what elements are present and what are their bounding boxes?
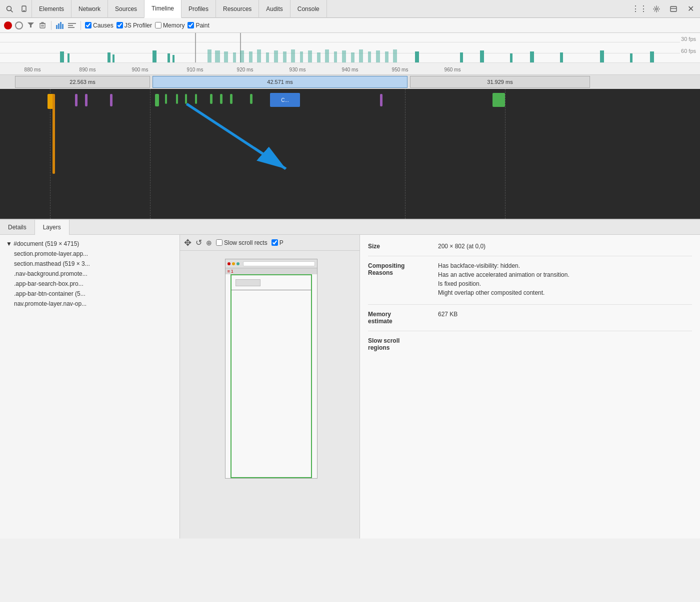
svg-point-4 xyxy=(656,8,658,10)
bottom-panel: Details Layers ▼ #document (519 × 4715) … xyxy=(0,219,700,539)
render-event-1 xyxy=(75,94,78,106)
settings-icon[interactable] xyxy=(649,1,664,16)
paint-event-7 xyxy=(220,94,222,104)
js-profiler-checkbox[interactable]: JS Profiler xyxy=(116,22,152,29)
device-icon[interactable] xyxy=(17,1,32,16)
filter-icon[interactable] xyxy=(26,21,35,30)
tree-item-4[interactable]: .app-bar-btn-container (5... xyxy=(0,289,180,299)
svg-rect-5 xyxy=(670,6,676,11)
v-line-2 xyxy=(150,89,150,219)
js-event-2 xyxy=(52,94,55,174)
timeline-ruler: 880 ms 890 ms 900 ms 910 ms 920 ms 930 m… xyxy=(0,63,700,75)
fps-30-line xyxy=(0,42,680,42)
tab-network[interactable]: Network xyxy=(71,0,108,18)
timeline-main[interactable]: C... xyxy=(0,89,700,219)
tab-resources[interactable]: Resources xyxy=(216,0,259,18)
layer-diagram: ≡ 1 xyxy=(215,259,325,479)
svg-rect-10 xyxy=(42,22,44,23)
composite-event: C... xyxy=(270,93,300,107)
record-button[interactable] xyxy=(4,21,12,29)
pan-icon[interactable]: ✥ xyxy=(184,237,192,248)
causes-checkbox[interactable]: Causes xyxy=(85,22,114,29)
svg-rect-17 xyxy=(62,24,64,29)
svg-rect-16 xyxy=(60,22,62,29)
tree-item-2[interactable]: .nav-background.promote... xyxy=(0,269,180,279)
panel-tabs: Details Layers xyxy=(0,220,700,235)
clear-button[interactable] xyxy=(38,21,47,30)
tab-details[interactable]: Details xyxy=(0,220,35,235)
marker-1 xyxy=(195,33,196,62)
paint-event-8 xyxy=(230,94,232,104)
paint-event-6 xyxy=(210,94,212,104)
paint-event-5 xyxy=(195,94,197,104)
paint-event-far xyxy=(492,93,505,107)
fps-60-line xyxy=(0,53,680,53)
undock-icon[interactable] xyxy=(666,1,681,16)
slow-scroll-row: Slow scrollregions xyxy=(368,337,692,357)
frame-bar-2[interactable]: 42.571 ms xyxy=(152,76,408,88)
search-icon[interactable] xyxy=(2,1,17,16)
selected-layer-rect xyxy=(230,274,312,478)
tree-item-0[interactable]: section.promote-layer.app... xyxy=(0,249,180,259)
frame-bars: 22.563 ms 42.571 ms 31.929 ms xyxy=(0,75,700,89)
frame-bar-3[interactable]: 31.929 ms xyxy=(410,76,590,88)
tab-sources[interactable]: Sources xyxy=(108,0,144,18)
tick-920: 920 ms xyxy=(237,67,254,72)
tab-profiles[interactable]: Profiles xyxy=(181,0,216,18)
flame-icon[interactable] xyxy=(68,21,76,30)
memory-label: Memoryestimate xyxy=(368,311,438,325)
timeline-toolbar: Causes JS Profiler Memory Paint xyxy=(0,18,700,33)
memory-checkbox[interactable]: Memory xyxy=(155,22,184,29)
svg-rect-14 xyxy=(56,25,58,29)
render-event-3 xyxy=(110,94,112,106)
paint-event-2 xyxy=(165,94,167,104)
tick-930: 930 ms xyxy=(290,67,306,72)
tree-item-1[interactable]: section.masthead (519 × 3... xyxy=(0,259,180,269)
tab-timeline[interactable]: Timeline xyxy=(144,0,182,18)
tree-item-5[interactable]: nav.promote-layer.nav-op... xyxy=(0,299,180,309)
browser-frame: ≡ 1 xyxy=(225,259,318,479)
timeline-arrow xyxy=(0,89,700,219)
tick-910: 910 ms xyxy=(187,67,204,72)
tick-880: 880 ms xyxy=(24,67,41,72)
timeline-area: 30 fps 60 fps xyxy=(0,33,700,219)
tab-elements[interactable]: Elements xyxy=(32,0,72,18)
reset-icon[interactable]: ⊕ xyxy=(206,239,212,247)
close-icon[interactable]: ✕ xyxy=(683,1,698,16)
fps-area: 30 fps 60 fps xyxy=(0,33,700,63)
svg-marker-7 xyxy=(28,22,34,27)
tick-950: 950 ms xyxy=(392,67,408,72)
tab-layers[interactable]: Layers xyxy=(35,220,70,235)
panel-content: ▼ #document (519 × 4715) section.promote… xyxy=(0,235,700,539)
paint-checkbox[interactable]: Paint xyxy=(188,22,209,29)
stop-button[interactable] xyxy=(15,21,23,29)
render-event-2 xyxy=(85,94,88,106)
chart-icon[interactable] xyxy=(56,21,64,30)
devtools-nav: Elements Network Sources Timeline Profil… xyxy=(0,0,700,18)
tab-audits[interactable]: Audits xyxy=(258,0,290,18)
tree-item-3[interactable]: .app-bar-search-box.pro... xyxy=(0,279,180,289)
size-label: Size xyxy=(368,243,438,250)
rotate-icon[interactable]: ↺ xyxy=(196,238,202,247)
layer-preview-canvas: ≡ 1 xyxy=(180,251,360,539)
paint-checkbox-2[interactable]: P xyxy=(272,239,284,246)
tick-890: 890 ms xyxy=(80,67,96,72)
v-line-4 xyxy=(505,89,506,219)
tick-900: 900 ms xyxy=(132,67,148,72)
render-event-4 xyxy=(380,94,382,106)
layer-preview-panel: ✥ ↺ ⊕ Slow scroll rects P xyxy=(180,235,360,539)
svg-line-1 xyxy=(11,10,13,12)
separator-1 xyxy=(51,21,52,30)
compositing-row: CompositingReasons Has backface-visibili… xyxy=(368,262,692,305)
expand-icon[interactable]: ⋮⋮ xyxy=(632,1,647,16)
memory-value: 627 KB xyxy=(438,311,692,325)
paint-event-1 xyxy=(155,94,159,106)
frame-bar-1[interactable]: 22.563 ms xyxy=(15,76,150,88)
size-row: Size 200 × 802 (at 0,0) xyxy=(368,243,692,256)
slow-scroll-checkbox[interactable]: Slow scroll rects xyxy=(216,239,268,246)
size-value: 200 × 802 (at 0,0) xyxy=(438,243,692,250)
compositing-label: CompositingReasons xyxy=(368,262,438,298)
separator-2 xyxy=(80,21,81,30)
tree-root[interactable]: ▼ #document (519 × 4715) xyxy=(0,239,180,249)
tab-console[interactable]: Console xyxy=(290,0,327,18)
